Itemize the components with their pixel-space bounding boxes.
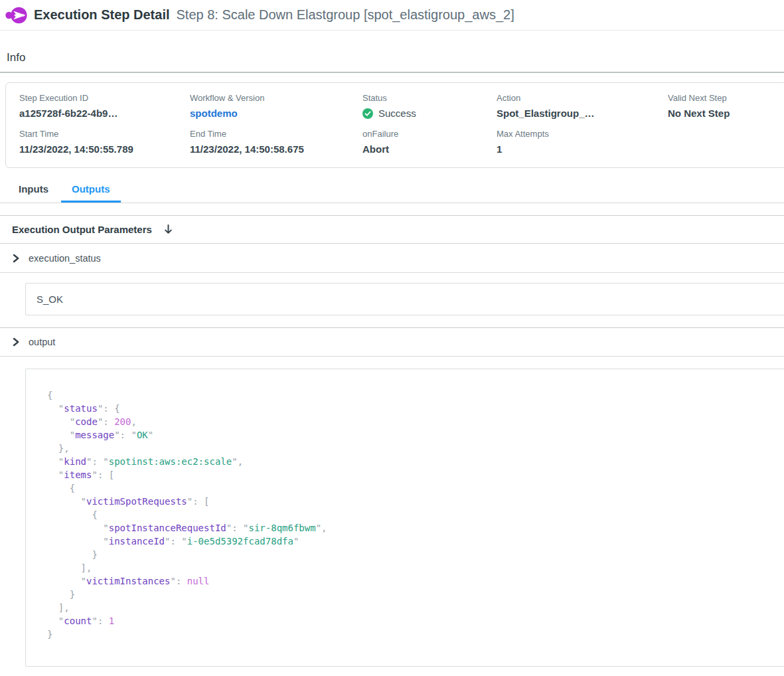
- app-logo-icon: [5, 5, 27, 25]
- info-field-onfailure: onFailure Abort: [362, 129, 497, 155]
- info-field-action: Action Spot_Elastigroup_…: [497, 93, 668, 119]
- collapse-all-icon[interactable]: [163, 224, 173, 235]
- param-row-output[interactable]: output: [0, 327, 784, 357]
- info-field-step-execution-id: Step Execution ID a125728f-6b22-4b9…: [19, 93, 190, 119]
- page-subtitle: Step 8: Scale Down Elastgroup [spot_elas…: [177, 7, 514, 23]
- outputs-parameters-header: Execution Output Parameters: [0, 215, 784, 244]
- info-field-workflow-version: Workflow & Version spotdemo: [190, 93, 362, 119]
- info-field-end-time: End Time 11/23/2022, 14:50:58.675: [190, 129, 362, 155]
- tab-bar: Inputs Outputs: [0, 179, 784, 203]
- workflow-link[interactable]: spotdemo: [190, 108, 362, 119]
- status-text: Success: [378, 108, 416, 119]
- page-header: Execution Step Detail Step 8: Scale Down…: [0, 0, 784, 31]
- info-field-empty: [668, 129, 773, 155]
- info-card: Step Execution ID a125728f-6b22-4b9… Wor…: [5, 82, 784, 168]
- info-field-valid-next-step: Valid Next Step No Next Step: [668, 93, 773, 119]
- param-name: output: [29, 337, 55, 347]
- info-section-heading: Info: [0, 51, 784, 73]
- success-check-icon: [362, 108, 373, 119]
- output-value-box: { "status": { "code": 200, "message": "O…: [25, 369, 784, 667]
- execution-status-value: S_OK: [37, 294, 63, 305]
- page-title: Execution Step Detail: [34, 7, 170, 23]
- json-output: { "status": { "code": 200, "message": "O…: [47, 388, 765, 641]
- tab-inputs[interactable]: Inputs: [19, 183, 48, 203]
- tab-outputs[interactable]: Outputs: [61, 183, 121, 203]
- info-field-start-time: Start Time 11/23/2022, 14:50:55.789: [19, 129, 190, 155]
- chevron-right-icon[interactable]: [12, 254, 20, 263]
- status-badge: Success: [362, 108, 497, 119]
- outputs-parameters-heading: Execution Output Parameters: [12, 224, 152, 235]
- info-field-max-attempts: Max Attempts 1: [497, 129, 668, 155]
- info-field-status: Status Success: [362, 93, 497, 119]
- param-name: execution_status: [29, 253, 101, 264]
- chevron-right-icon[interactable]: [12, 337, 20, 347]
- execution-status-value-box: S_OK: [25, 283, 784, 315]
- param-row-execution-status[interactable]: execution_status: [0, 244, 784, 273]
